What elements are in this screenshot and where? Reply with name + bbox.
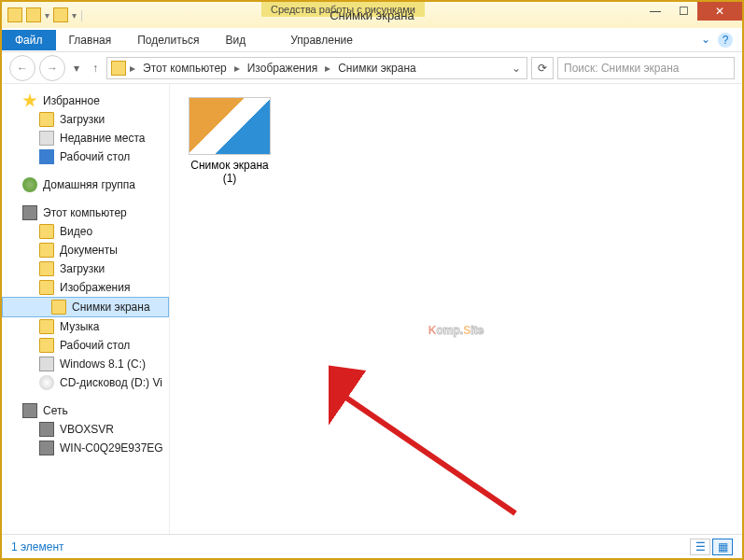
pc-icon	[39, 422, 54, 437]
item-count: 1 элемент	[11, 540, 64, 553]
folder-icon	[51, 300, 66, 315]
ribbon: Файл Главная Поделиться Вид Управление ⌄…	[2, 28, 742, 52]
pc-icon	[22, 205, 37, 220]
details-view-button[interactable]: ☰	[690, 539, 710, 555]
folder-icon	[39, 112, 54, 127]
sidebar-item-music[interactable]: Музыка	[2, 317, 169, 336]
breadcrumb[interactable]: Снимки экрана	[334, 62, 420, 75]
network-icon	[22, 403, 37, 418]
refresh-button[interactable]: ⟳	[531, 57, 554, 79]
chevron-right-icon[interactable]: ▸	[128, 62, 137, 75]
pc-icon	[39, 441, 54, 455]
tab-share[interactable]: Поделиться	[124, 30, 212, 50]
navigation-bar: ← → ▾ ↑ ▸ Этот компьютер ▸ Изображения ▸…	[2, 52, 742, 84]
tab-home[interactable]: Главная	[56, 30, 125, 50]
address-bar[interactable]: ▸ Этот компьютер ▸ Изображения ▸ Снимки …	[106, 57, 527, 79]
tab-manage[interactable]: Управление	[277, 30, 366, 50]
icons-view-button[interactable]: ▦	[712, 539, 733, 555]
file-tab[interactable]: Файл	[2, 30, 56, 50]
sidebar-item-recent[interactable]: Недавние места	[2, 129, 169, 147]
window-title: Снимки экрана	[2, 8, 742, 22]
chevron-right-icon[interactable]: ▸	[232, 62, 242, 75]
sidebar-item-downloads[interactable]: Загрузки	[2, 259, 169, 278]
sidebar-network[interactable]: Сеть	[2, 401, 169, 420]
up-button[interactable]: ↑	[88, 55, 103, 81]
thumbnail	[189, 97, 271, 155]
breadcrumb[interactable]: Изображения	[244, 62, 321, 75]
breadcrumb[interactable]: Этот компьютер	[139, 62, 231, 75]
desktop-icon	[39, 149, 54, 164]
sidebar-item-desktop[interactable]: Рабочий стол	[2, 336, 169, 355]
sidebar-homegroup[interactable]: Домашняя группа	[2, 175, 169, 194]
star-icon	[22, 93, 37, 108]
minimize-button[interactable]: —	[641, 2, 669, 21]
sidebar-item-downloads[interactable]: Загрузки	[2, 110, 169, 129]
sidebar-item-network-pc[interactable]: VBOXSVR	[2, 420, 169, 439]
expand-ribbon-icon[interactable]: ⌄	[701, 33, 710, 48]
sidebar-item-pictures[interactable]: Изображения	[2, 278, 169, 297]
titlebar: ▾ ▾ | Средства работы с рисунками Снимки…	[2, 2, 742, 28]
folder-icon	[39, 280, 54, 295]
maximize-button[interactable]: ☐	[669, 2, 697, 21]
drive-icon	[39, 357, 54, 371]
close-button[interactable]: ✕	[697, 2, 742, 21]
watermark: Komp.Site	[428, 266, 484, 352]
chevron-down-icon[interactable]: ⌄	[510, 62, 523, 75]
folder-icon	[39, 319, 54, 334]
sidebar-item-screenshots[interactable]: Снимки экрана	[2, 297, 169, 317]
sidebar-this-pc[interactable]: Этот компьютер	[2, 203, 169, 222]
sidebar-item-network-pc[interactable]: WIN-C0Q29E937EG	[2, 439, 169, 457]
folder-icon	[39, 224, 54, 239]
tab-view[interactable]: Вид	[212, 30, 259, 50]
forward-button[interactable]: →	[39, 55, 65, 81]
folder-icon	[39, 261, 54, 276]
cd-icon	[39, 375, 54, 390]
folder-icon	[39, 243, 54, 258]
folder-icon	[111, 61, 126, 76]
homegroup-icon	[22, 177, 37, 192]
history-dropdown[interactable]: ▾	[69, 55, 84, 81]
search-input[interactable]: Поиск: Снимки экрана	[557, 57, 735, 79]
file-item[interactable]: Снимок экрана (1)	[183, 97, 276, 186]
sidebar-item-cd-drive[interactable]: CD-дисковод (D:) Vi	[2, 373, 169, 392]
annotation-arrow	[329, 364, 534, 532]
svg-line-0	[338, 392, 515, 513]
sidebar-item-desktop[interactable]: Рабочий стол	[2, 147, 169, 166]
navigation-pane: Избранное Загрузки Недавние места Рабочи…	[2, 84, 170, 534]
file-label: Снимок экрана (1)	[183, 159, 276, 186]
sidebar-item-videos[interactable]: Видео	[2, 222, 169, 241]
recent-icon	[39, 131, 54, 146]
status-bar: 1 элемент ☰ ▦	[2, 534, 742, 558]
sidebar-favorites[interactable]: Избранное	[2, 91, 169, 110]
content-pane[interactable]: Снимок экрана (1) Komp.Site	[170, 84, 742, 534]
folder-icon	[39, 338, 54, 353]
chevron-right-icon[interactable]: ▸	[323, 62, 332, 75]
sidebar-item-drive-c[interactable]: Windows 8.1 (C:)	[2, 355, 169, 373]
back-button[interactable]: ←	[9, 55, 35, 81]
sidebar-item-documents[interactable]: Документы	[2, 241, 169, 259]
help-icon[interactable]: ?	[718, 33, 733, 48]
